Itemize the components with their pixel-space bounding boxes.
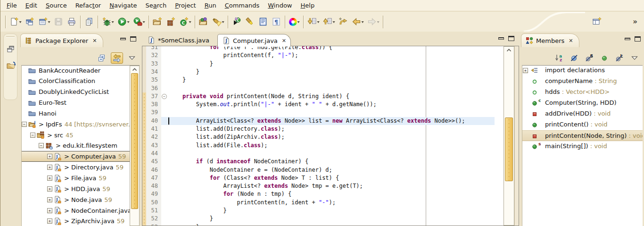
expand-box-icon[interactable]: +: [47, 218, 52, 224]
editor-scrollbar[interactable]: [504, 46, 514, 226]
highlighter-button[interactable]: [243, 15, 256, 28]
maximize-icon[interactable]: [508, 36, 514, 41]
code-line-48[interactable]: ArrayList<? extends Node> tmp = e.get(T)…: [161, 182, 495, 190]
close-view-icon[interactable]: ✕: [569, 38, 572, 44]
tree-item-ipdfs[interactable]: −J> IpdFs44 [https://svnserver.i: [22, 119, 130, 130]
menu-help[interactable]: Help: [297, 1, 319, 10]
expand-box-icon[interactable]: +: [47, 197, 52, 202]
close-tab-icon[interactable]: ✕: [282, 38, 286, 44]
new-class-button[interactable]: C▾: [177, 15, 193, 28]
new-java-project-button[interactable]: [151, 15, 164, 28]
code-line-41[interactable]: list.add(Directory.class);: [161, 125, 495, 133]
code-line-44[interactable]: [161, 150, 495, 158]
member-item-printcontent[interactable]: printContent(Node, String) : void: [522, 130, 643, 141]
new-file-button[interactable]: ▾: [8, 15, 23, 28]
scrollbar-thumb[interactable]: [131, 73, 138, 209]
run-external-tools-button[interactable]: ▾: [131, 15, 147, 28]
dropdown-chevron-icon[interactable]: ▾: [142, 20, 145, 24]
editor-tab-computer[interactable]: JComputer.java✕: [217, 34, 291, 47]
code-line-33[interactable]: }: [161, 60, 495, 68]
hide-fields-button[interactable]: [569, 53, 579, 63]
expand-box-icon[interactable]: +: [47, 186, 52, 192]
collapse-all-button[interactable]: [97, 53, 107, 63]
dropdown-chevron-icon[interactable]: ▾: [362, 20, 364, 24]
menu-commands[interactable]: Commands: [221, 1, 264, 10]
dropdown-chevron-icon[interactable]: ▾: [189, 20, 191, 24]
dropdown-chevron-icon[interactable]: ▾: [111, 20, 114, 24]
code-line-52[interactable]: }: [161, 215, 495, 223]
menu-edit[interactable]: Edit: [21, 1, 41, 10]
dropdown-chevron-icon[interactable]: ▾: [317, 20, 320, 24]
member-item-computer[interactable]: cComputer(String, HDD): [522, 98, 643, 109]
tree-item-computer.java[interactable]: +J> Computer.java59: [22, 151, 130, 162]
new-view-button[interactable]: ▾: [36, 15, 52, 28]
tree-item-nodecontainer.java[interactable]: +J> NodeContainer.java59: [22, 205, 130, 216]
code-line-46[interactable]: NodeContainer e = (NodeContainer) d;: [161, 166, 495, 174]
dropdown-chevron-icon[interactable]: ▾: [333, 20, 335, 24]
new-package-button[interactable]: [164, 15, 177, 28]
print-button[interactable]: [65, 15, 78, 28]
fold-collapse-icon[interactable]: −: [162, 94, 167, 99]
debug-button[interactable]: ▾: [100, 15, 116, 28]
member-item-printcontent[interactable]: printContent() : void: [522, 119, 643, 130]
expand-box-icon[interactable]: +: [523, 68, 528, 73]
hide-static-button[interactable]: S: [584, 53, 594, 63]
hide-local-types-button[interactable]: L: [614, 53, 625, 63]
show-source-button[interactable]: [256, 15, 270, 28]
close-view-icon[interactable]: ✕: [92, 38, 96, 44]
minimize-icon[interactable]: [120, 38, 126, 40]
code-line-39[interactable]: [161, 109, 495, 117]
code-line-47[interactable]: for (Class<? extends Node> T : list) {: [161, 174, 495, 182]
code-line-35[interactable]: }: [161, 76, 495, 84]
search-button[interactable]: ▾: [210, 15, 226, 28]
show-whitespace-button[interactable]: ¶: [270, 15, 283, 28]
color-wheel-button[interactable]: ▾: [287, 15, 301, 28]
code-line-36[interactable]: [161, 84, 495, 92]
maximize-icon[interactable]: [130, 36, 136, 42]
open-type-hierarchy-icon[interactable]: [7, 61, 16, 70]
expand-box-icon[interactable]: +: [47, 165, 52, 170]
open-type-folder-button[interactable]: [197, 15, 210, 28]
package-explorer-scrollbar[interactable]: [130, 66, 140, 226]
code-line-34[interactable]: }: [161, 68, 495, 76]
maximize-icon[interactable]: [635, 36, 641, 42]
tree-item-eurotest[interactable]: Euro-Test: [22, 97, 130, 108]
tree-item-edu.kit.filesystem[interactable]: −> edu.kit.filesystem: [22, 140, 130, 151]
scroll-up-arrow[interactable]: [504, 47, 514, 54]
expand-box-icon[interactable]: +: [47, 154, 52, 159]
menu-refactor[interactable]: Refactor: [71, 1, 106, 10]
view-menu-button[interactable]: [629, 53, 640, 63]
collapse-box-icon[interactable]: −: [22, 122, 27, 127]
tree-item-src[interactable]: −> src45: [22, 130, 130, 141]
dropdown-chevron-icon[interactable]: ▾: [377, 20, 380, 24]
new-editor-button[interactable]: [23, 15, 36, 28]
code-line-45[interactable]: if (d instanceof NodeContainer) {: [161, 158, 495, 166]
tree-item-node.java[interactable]: +J> Node.java59: [22, 194, 130, 205]
menu-search[interactable]: Search: [141, 1, 171, 10]
dropdown-chevron-icon[interactable]: ▾: [19, 20, 21, 24]
code-line-37[interactable]: private void printContent(Node d, String…: [161, 92, 495, 100]
sort-button[interactable]: az: [554, 53, 564, 63]
restore-view-icon[interactable]: [7, 45, 15, 53]
run-button[interactable]: ▾: [116, 15, 131, 28]
copy-documents-button[interactable]: [83, 15, 96, 28]
tree-item-doublylinkedcycliclist[interactable]: DoublyLinkedCyclicList: [22, 86, 130, 97]
fast-view-handle[interactable]: [6, 36, 15, 37]
perspective-more-chevrons[interactable]: »: [633, 17, 637, 26]
code-line-43[interactable]: list.add(File.class);: [161, 142, 495, 150]
dropdown-chevron-icon[interactable]: ▾: [48, 20, 50, 24]
tree-item-file.java[interactable]: +J> File.java59: [22, 173, 130, 184]
tree-item-colorclassification[interactable]: ColorClassification: [22, 75, 130, 86]
java-browsing-perspective-button[interactable]: [590, 15, 603, 28]
member-item-computername[interactable]: computerName : String: [522, 76, 643, 87]
expand-box-icon[interactable]: +: [47, 208, 52, 213]
member-item-importdeclarations[interactable]: +import declarations: [522, 65, 643, 76]
minimize-icon[interactable]: [625, 38, 630, 40]
member-item-adddrive[interactable]: addDrive(HDD) : void: [522, 109, 643, 119]
last-edit-location-button[interactable]: [337, 15, 350, 28]
code-line-50[interactable]: printContent(n, ident + "-");: [161, 199, 495, 207]
menu-run[interactable]: Run: [200, 1, 221, 10]
dropdown-chevron-icon[interactable]: ▾: [127, 20, 129, 24]
scrollbar-thumb[interactable]: [505, 117, 513, 181]
tree-item-bankaccountreader[interactable]: BankAccountReader: [22, 65, 130, 76]
